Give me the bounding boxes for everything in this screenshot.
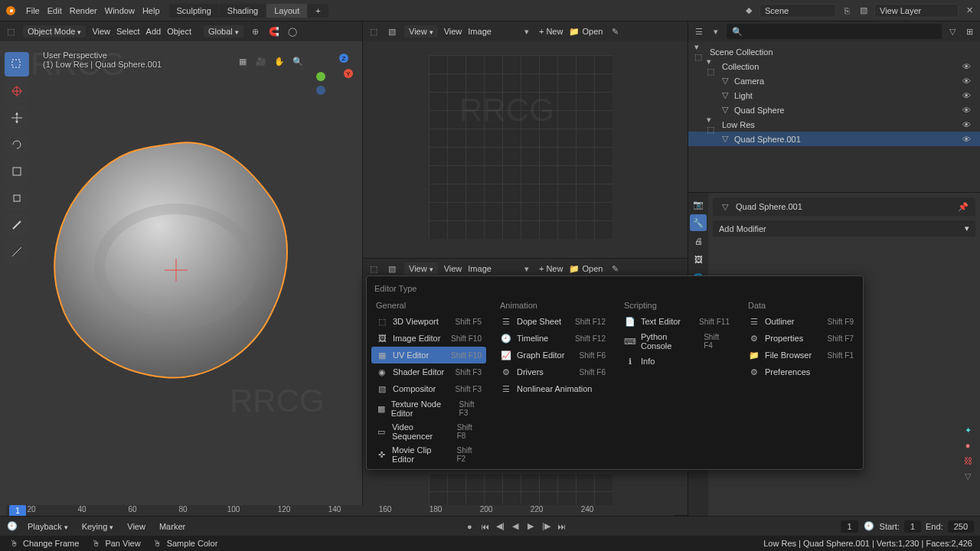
tool-annotate[interactable] (5, 213, 29, 237)
tree-row[interactable]: ▽Light👁 (688, 88, 980, 103)
pin-icon[interactable]: ✎ (609, 25, 621, 37)
editor-option-preferences[interactable]: ⚙Preferences (743, 364, 858, 380)
eye-icon[interactable]: 👁 (960, 133, 972, 145)
zoom-icon[interactable]: 🔍 (292, 55, 304, 67)
play-icon[interactable]: ▶ (524, 520, 537, 533)
ptab-output[interactable]: 🖨 (690, 233, 707, 249)
ptab-render[interactable]: 📷 (690, 196, 707, 213)
keying-dropdown[interactable]: Keying (77, 520, 119, 533)
timeline-marker[interactable]: Marker (155, 520, 190, 533)
delete-viewlayer-icon[interactable]: ✕ (963, 5, 975, 17)
viewlayer-field[interactable]: View Layer (874, 4, 959, 18)
editor-option-dope-sheet[interactable]: ☰Dope SheetShift F12 (495, 313, 610, 330)
editor-option-video-sequencer[interactable]: ▭Video SequencerShift F8 (371, 420, 486, 443)
menu-file[interactable]: File (26, 6, 40, 15)
jump-start-icon[interactable]: ⏮ (479, 520, 491, 533)
editor-option-uv-editor[interactable]: ▦UV EditorShift F10 (371, 347, 486, 364)
uv-new-button[interactable]: + New (539, 27, 564, 36)
pivot-icon[interactable]: ⊕ (250, 25, 262, 37)
menu-render[interactable]: Render (70, 6, 97, 15)
ptab-constraints-icon[interactable]: ⛓ (962, 455, 974, 467)
next-key-icon[interactable]: |▶ (540, 520, 552, 533)
eye-icon[interactable]: 👁 (960, 104, 972, 116)
axis-z-icon[interactable]: Z (339, 54, 348, 63)
tool-select-box[interactable] (5, 52, 29, 77)
editor-option-file-browser[interactable]: 📁File BrowserShift F1 (743, 347, 858, 364)
ptab-view[interactable]: 🖼 (690, 251, 707, 268)
uv-view-dropdown[interactable]: View (404, 25, 438, 37)
uv-mode-icon[interactable]: ▧ (386, 25, 398, 37)
uv-menu-image-2[interactable]: Image (468, 264, 492, 273)
editor-type-popup[interactable]: Editor Type General⬚3D ViewportShift F5🖼… (366, 276, 864, 470)
ptab-data-icon[interactable]: ▽ (962, 470, 974, 482)
tool-scale[interactable] (5, 159, 29, 184)
timeline-view[interactable]: View (122, 520, 150, 533)
end-field[interactable]: 250 (948, 520, 974, 533)
menu-edit[interactable]: Edit (47, 6, 62, 15)
tool-measure[interactable] (5, 240, 29, 264)
camera-icon[interactable]: 🎥 (255, 55, 267, 67)
vp-menu-view[interactable]: View (92, 27, 110, 36)
3d-viewport[interactable]: ⬚ Object Mode View Select Add Object Glo… (0, 21, 363, 516)
axis-x-icon[interactable] (316, 72, 325, 81)
editor-option-texture-node-editor[interactable]: ▩Texture Node EditorShift F3 (371, 397, 486, 420)
uv-mode-icon-2[interactable]: ▧ (386, 262, 398, 275)
eye-icon[interactable]: 👁 (960, 60, 972, 73)
tab-layout[interactable]: Layout (266, 4, 307, 18)
editor-option-text-editor[interactable]: 📄Text EditorShift F11 (619, 313, 734, 330)
vp-menu-add[interactable]: Add (146, 27, 162, 36)
editor-type-icon[interactable]: ⬚ (5, 25, 17, 37)
uv-grid[interactable] (429, 55, 612, 239)
copy-scene-icon[interactable]: ⎘ (841, 5, 853, 17)
pin-props-icon[interactable]: 📌 (957, 201, 969, 213)
image-dropdown-icon-2[interactable]: ▾ (521, 262, 533, 275)
outliner[interactable]: ☰ ▾ 🔍 ▽ ⊞ ▾ ⬚ Scene Collection ▾ ⬚Collec… (688, 21, 980, 193)
current-frame-field[interactable]: 1 (841, 520, 858, 533)
hand-icon[interactable]: ✋ (273, 55, 286, 67)
orientation-dropdown[interactable]: Global (204, 25, 243, 37)
scene-field[interactable]: Scene (760, 4, 836, 18)
editor-option-timeline[interactable]: 🕘TimelineShift F12 (495, 330, 610, 347)
search-input[interactable] (746, 27, 937, 36)
uv-view-dropdown-2[interactable]: View (404, 262, 438, 275)
editor-option-shader-editor[interactable]: ◉Shader EditorShift F3 (371, 364, 486, 380)
axis-y-icon[interactable]: Y (344, 69, 353, 78)
uv-editor-type-icon[interactable]: ⬚ (368, 25, 380, 37)
eye-icon[interactable]: 👁 (960, 90, 972, 102)
tree-row[interactable]: ▽Camera👁 (688, 73, 980, 88)
outliner-type-icon[interactable]: ☰ (693, 25, 705, 37)
editor-option-graph-editor[interactable]: 📈Graph EditorShift F6 (495, 347, 610, 364)
ptab-modifier[interactable]: 🔧 (690, 214, 707, 231)
jump-end-icon[interactable]: ⏭ (555, 520, 567, 533)
tree-row[interactable]: ▾ ⬚Collection👁 (688, 59, 980, 73)
display-mode-icon[interactable]: ▾ (710, 25, 722, 37)
clock-icon[interactable]: 🕘 (863, 520, 875, 533)
ptab-physics-icon[interactable]: ● (962, 439, 974, 452)
uv-open-button[interactable]: 📁 Open (569, 27, 603, 37)
uv-menu-image[interactable]: Image (468, 27, 492, 36)
uv-open-button-2[interactable]: 📁 Open (569, 264, 603, 274)
outliner-search[interactable]: 🔍 (727, 24, 942, 39)
pin-icon-2[interactable]: ✎ (609, 262, 621, 275)
tree-row[interactable]: ▾ ⬚Low Res👁 (688, 117, 980, 132)
editor-option-drivers[interactable]: ⚙DriversShift F6 (495, 364, 610, 380)
add-modifier-dropdown[interactable]: Add Modifier▾ (713, 220, 975, 236)
editor-option-compositor[interactable]: ▧CompositorShift F3 (371, 380, 486, 397)
snap-icon[interactable]: 🧲 (268, 25, 280, 37)
timeline-type-icon[interactable]: 🕘 (6, 520, 18, 533)
tree-root[interactable]: ▾ ⬚ Scene Collection (688, 44, 980, 59)
tab-sculpting[interactable]: Sculpting (169, 4, 219, 18)
editor-option-outliner[interactable]: ☰OutlinerShift F9 (743, 313, 858, 330)
editor-option-nonlinear-animation[interactable]: ☰Nonlinear Animation (495, 380, 610, 397)
editor-option-info[interactable]: ℹInfo (619, 353, 734, 370)
nav-gizmo[interactable]: Z Y (309, 52, 351, 95)
uv-menu-view[interactable]: View (444, 27, 462, 36)
vp-menu-object[interactable]: Object (167, 27, 191, 36)
menu-help[interactable]: Help (142, 6, 160, 15)
editor-option-properties[interactable]: ⚙PropertiesShift F7 (743, 330, 858, 347)
tool-move[interactable] (5, 106, 29, 130)
editor-option-image-editor[interactable]: 🖼Image EditorShift F10 (371, 330, 486, 347)
uv-menu-view-2[interactable]: View (444, 264, 462, 273)
uv-editor-top[interactable]: ⬚ ▧ View View Image ▾ + New 📁 Open ✎ (363, 21, 688, 259)
editor-option-3d-viewport[interactable]: ⬚3D ViewportShift F5 (371, 313, 486, 330)
